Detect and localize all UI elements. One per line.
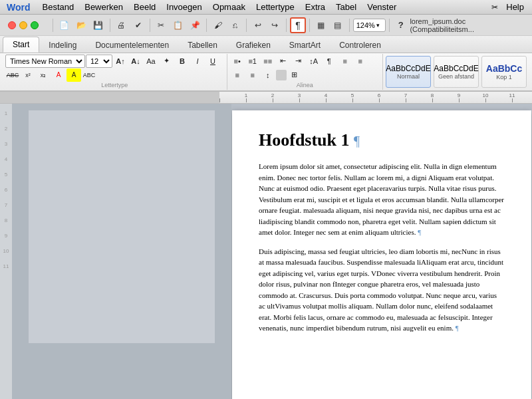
tab-start[interactable]: Start [3, 37, 39, 53]
align-left-button[interactable]: ≡ [338, 55, 352, 68]
ruler-inactive-zone [0, 92, 219, 103]
document-heading: Hoofdstuk 1 ¶ [259, 130, 505, 150]
increase-indent-button[interactable]: ⇥ [291, 55, 306, 68]
font-family-select[interactable]: Times New Roman [5, 55, 85, 68]
clear-format-button[interactable]: ✦ [159, 55, 174, 68]
paintbrush-button[interactable]: 🖌 [210, 17, 226, 33]
zoom-value: 124% [356, 21, 375, 29]
save-button[interactable]: 💾 [90, 17, 106, 33]
line-5: 5 [5, 172, 7, 178]
font-case-button[interactable]: Aa [144, 55, 158, 68]
copy-button[interactable]: 📋 [170, 17, 186, 33]
open-button[interactable]: 📂 [74, 17, 90, 33]
highlight-button[interactable]: A [66, 68, 81, 82]
tab-documentelementen[interactable]: Documentelementen [86, 38, 178, 53]
view-button[interactable]: ▦ [313, 17, 329, 33]
paragraph-1[interactable]: Lorem ipsum dolor sit amet, consectetur … [259, 161, 505, 238]
ruler-num-3: 3 [298, 92, 301, 98]
strikethrough-button[interactable]: ABC [5, 68, 20, 82]
tab-controleren[interactable]: Controleren [330, 38, 390, 53]
increase-font-button[interactable]: A↑ [113, 55, 128, 68]
style-normaal-preview: AaBbCcDdE [386, 64, 430, 73]
change-case-button[interactable]: ABC [82, 68, 96, 82]
borders-button[interactable]: ⊞ [287, 68, 302, 82]
align-right-button[interactable]: ≡ [230, 68, 245, 82]
ruler-tick-3 [299, 98, 300, 102]
line-3: 3 [5, 141, 7, 147]
menu-venster[interactable]: Venster [362, 1, 402, 13]
bold-button[interactable]: B [175, 55, 190, 68]
decrease-font-button[interactable]: A↓ [128, 55, 143, 68]
tab-tabellen[interactable]: Tabellen [178, 38, 227, 53]
line-2: 2 [5, 126, 7, 132]
line-spacing-button[interactable]: ↕ [261, 68, 275, 82]
pilcrow-button[interactable]: ¶ [290, 17, 306, 33]
document-area[interactable]: Hoofdstuk 1 ¶ Lorem ipsum dolor sit amet… [231, 104, 532, 399]
font-controls: Times New Roman 12 A↑ A↓ Aa ✦ B I U ABC … [5, 54, 224, 82]
menu-help[interactable]: Help [501, 1, 529, 13]
window-controls [3, 19, 44, 32]
close-button[interactable] [8, 21, 16, 29]
subscript-button[interactable]: x₂ [36, 68, 51, 82]
ruler-tick-0 [219, 98, 220, 102]
pilcrow-para-button[interactable]: ¶ [322, 55, 336, 68]
document-page[interactable]: Hoofdstuk 1 ¶ Lorem ipsum dolor sit amet… [232, 110, 531, 399]
thumbnail-panel [12, 104, 231, 399]
styles-panel: AaBbCcDdE Normaal AaBbCcDdE Geen afstand… [383, 54, 529, 90]
separator-4 [206, 19, 207, 32]
superscript-button[interactable]: x² [21, 68, 35, 82]
undo-button[interactable]: ↩ [250, 17, 266, 33]
ruler-num-10: 10 [483, 92, 489, 98]
menu-bestand[interactable]: Bestand [37, 1, 80, 13]
ruler-active-zone[interactable]: 1 2 3 4 5 6 7 8 9 10 11 [219, 92, 532, 103]
sidebar-button[interactable]: ▤ [330, 17, 346, 33]
menu-extra[interactable]: Extra [300, 1, 331, 13]
italic-button[interactable]: I [190, 55, 205, 68]
menu-opmaak[interactable]: Opmaak [207, 1, 251, 13]
ruler-num-2: 2 [271, 92, 274, 98]
numbering-button[interactable]: ≡1 [245, 55, 260, 68]
ruler-num-4: 4 [325, 92, 327, 98]
ruler-tick-10 [485, 98, 486, 102]
help-button[interactable]: ? [393, 17, 409, 33]
ruler-tick-4 [326, 98, 327, 102]
menu-lettertype[interactable]: Lettertype [251, 1, 300, 13]
redo-button[interactable]: ↪ [267, 17, 283, 33]
menu-tabel[interactable]: Tabel [331, 1, 362, 13]
minimize-button[interactable] [19, 21, 27, 29]
align-center-button[interactable]: ≡ [353, 55, 368, 68]
menu-invoegen[interactable]: Invoegen [161, 1, 207, 13]
font-color-button[interactable]: A [51, 68, 66, 82]
decrease-indent-button[interactable]: ⇤ [276, 55, 291, 68]
new-button[interactable]: 📄 [57, 17, 72, 33]
separator-2 [110, 19, 110, 32]
spellcheck-button[interactable]: ✔ [130, 17, 146, 33]
heading-pilcrow: ¶ [354, 134, 360, 148]
justify-button[interactable]: ≡ [245, 68, 260, 82]
sort-button[interactable]: ↕A [307, 55, 321, 68]
bullets-button[interactable]: ≡• [230, 55, 245, 68]
shading-button[interactable] [276, 70, 287, 80]
zoom-selector[interactable]: 124% ▾ [353, 19, 386, 32]
line-4: 4 [5, 156, 7, 162]
paste-button[interactable]: 📌 [188, 17, 203, 33]
style-geen-afstand[interactable]: AaBbCcDdE Geen afstand [434, 56, 479, 88]
format-button[interactable]: ⎌ [227, 17, 243, 33]
style-normaal[interactable]: AaBbCcDdE Normaal [386, 56, 431, 88]
menu-bewerken[interactable]: Bewerken [79, 1, 128, 13]
ruler-tick-8 [432, 98, 433, 102]
tab-indeling[interactable]: Indeling [39, 38, 86, 53]
style-kop1[interactable]: AaBbCc Kop 1 [481, 56, 527, 88]
multilevel-button[interactable]: ≡≡ [261, 55, 275, 68]
paragraph-2[interactable]: Duis adipiscing, massa sed feugiat ultri… [259, 246, 505, 334]
font-group-label: Lettertype [101, 82, 128, 90]
maximize-button[interactable] [31, 21, 39, 29]
underline-button[interactable]: U [205, 55, 220, 68]
font-size-select[interactable]: 12 [86, 55, 112, 68]
print-button[interactable]: 🖨 [114, 17, 130, 33]
menu-beeld[interactable]: Beeld [128, 1, 161, 13]
tab-smartart[interactable]: SmartArt [280, 38, 330, 53]
cut-button[interactable]: ✂ [154, 17, 170, 33]
paragraph-group: ≡• ≡1 ≡≡ ⇤ ⇥ ↕A ¶ ≡ ≡ ≡ ≡ ↕ ⊞ Alinea [227, 54, 383, 90]
tab-grafieken[interactable]: Grafieken [227, 38, 280, 53]
